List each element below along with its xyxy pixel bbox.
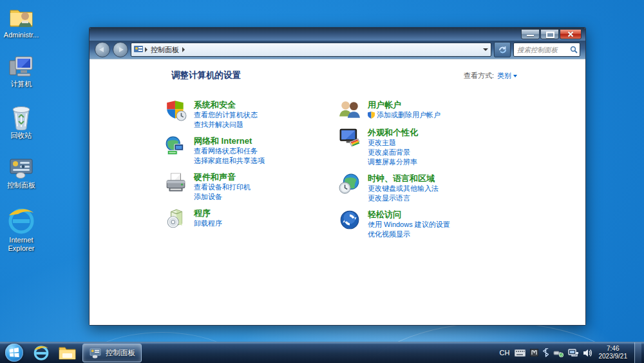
breadcrumb-arrow-icon xyxy=(182,47,185,52)
taskbar-control-panel-task[interactable]: 控制面板 xyxy=(82,344,142,362)
category-task-link[interactable]: 查看您的计算机状态 xyxy=(194,110,258,120)
hardware-sound-icon[interactable] xyxy=(165,172,187,193)
view-by: 查看方式: 类别 xyxy=(464,71,517,81)
show-desktop-button[interactable] xyxy=(634,342,641,363)
desktop-icon-computer[interactable]: 计算机 xyxy=(0,55,43,88)
desktop-icon-label: 计算机 xyxy=(0,80,43,88)
safely-remove-hardware-icon[interactable] xyxy=(553,349,564,357)
forward-button[interactable] xyxy=(113,42,128,57)
category-clock-language-region: 时钟、语言和区域 更改键盘或其他输入法 更改显示语言 xyxy=(339,173,450,203)
category-task-link[interactable]: 调整屏幕分辨率 xyxy=(368,157,418,167)
desktop-icon-label: Administr... xyxy=(0,31,43,39)
category-title-link[interactable]: 网络和 Internet xyxy=(194,135,265,146)
administrator-folder-icon xyxy=(8,5,34,30)
navigation-bar: 控制面板 xyxy=(90,41,585,59)
back-button[interactable] xyxy=(95,42,110,57)
category-appearance-personalization: 外观和个性化 更改主题 更改桌面背景 调整屏幕分辨率 xyxy=(339,127,450,167)
address-bar[interactable]: 控制面板 xyxy=(131,43,491,57)
bluetooth-icon[interactable] xyxy=(543,348,549,357)
control-panel-window: 控制面板 调整计算机的设置 查看方式: 类别 xyxy=(89,27,586,326)
view-by-label: 查看方式: xyxy=(464,71,494,81)
category-column-right: 用户帐户 添加或删除用户帐户 xyxy=(339,99,450,245)
search-input[interactable] xyxy=(516,45,570,54)
desktop-icon-recycle-bin[interactable]: 回收站 xyxy=(0,104,43,140)
clock-date: 2023/9/21 xyxy=(599,353,628,360)
desktop-icon-label: 回收站 xyxy=(0,132,43,140)
category-task-link[interactable]: 更改显示语言 xyxy=(368,193,439,203)
uac-shield-icon xyxy=(368,112,375,119)
category-column-left: 系统和安全 查看您的计算机状态 查找并解决问题 xyxy=(165,99,339,245)
category-task-link[interactable]: 查找并解决问题 xyxy=(194,120,258,130)
address-control-panel-icon xyxy=(134,46,143,54)
category-title-link[interactable]: 用户帐户 xyxy=(368,99,440,110)
taskbar-clock[interactable]: 7:46 2023/9/21 xyxy=(599,345,628,360)
ease-of-access-icon[interactable] xyxy=(339,209,361,231)
start-button[interactable] xyxy=(5,344,23,362)
language-indicator[interactable]: CH xyxy=(500,349,510,357)
taskbar-internet-explorer-button[interactable] xyxy=(29,344,53,362)
category-grid: 系统和安全 查看您的计算机状态 查找并解决问题 xyxy=(165,99,585,245)
category-task-link[interactable]: 优化视频显示 xyxy=(368,230,450,239)
category-task-link[interactable]: 更改键盘或其他输入法 xyxy=(368,184,439,193)
desktop-icon-label: Internet Explorer xyxy=(0,236,43,252)
window-titlebar[interactable] xyxy=(90,28,585,41)
breadcrumb-arrow-icon xyxy=(145,47,147,52)
user-accounts-icon[interactable] xyxy=(339,99,361,121)
category-task-link[interactable]: 更改主题 xyxy=(368,138,418,148)
category-task-link[interactable]: 更改桌面背景 xyxy=(368,148,418,157)
search-box[interactable] xyxy=(513,43,580,57)
desktop-icon-internet-explorer[interactable]: Internet Explorer xyxy=(0,206,43,252)
taskbar: 控制面板 CH xyxy=(0,342,644,363)
category-title-link[interactable]: 时钟、语言和区域 xyxy=(368,173,439,184)
refresh-button[interactable] xyxy=(494,42,511,57)
control-panel-content: 调整计算机的设置 查看方式: 类别 xyxy=(90,59,585,325)
category-ease-of-access: 轻松访问 使用 Windows 建议的设置 优化视频显示 xyxy=(339,209,450,239)
taskbar-explorer-button[interactable] xyxy=(55,344,79,362)
category-task-link[interactable]: 卸载程序 xyxy=(194,219,222,228)
minimize-button[interactable] xyxy=(521,29,540,39)
clock-language-region-icon[interactable] xyxy=(339,173,361,195)
programs-icon[interactable] xyxy=(165,208,187,230)
computer-icon xyxy=(8,55,35,79)
control-panel-icon xyxy=(8,157,35,180)
internet-explorer-icon xyxy=(6,206,36,235)
control-panel-icon xyxy=(89,348,102,358)
desktop-icon-administrator[interactable]: Administr... xyxy=(0,5,43,39)
category-title-link[interactable]: 外观和个性化 xyxy=(368,127,418,138)
appearance-personalization-icon[interactable] xyxy=(339,127,361,149)
system-security-icon[interactable] xyxy=(165,99,187,121)
folder-icon xyxy=(59,346,76,360)
ime-icon[interactable] xyxy=(530,349,538,357)
network-icon[interactable] xyxy=(568,349,578,357)
page-title: 调整计算机的设置 xyxy=(171,70,241,81)
category-user-accounts: 用户帐户 添加或删除用户帐户 xyxy=(339,99,450,121)
category-task-link-uac[interactable]: 添加或删除用户帐户 xyxy=(368,110,440,120)
recycle-bin-icon xyxy=(10,104,33,130)
category-task-link[interactable]: 查看设备和打印机 xyxy=(194,182,251,192)
category-network-internet: 网络和 Internet 查看网络状态和任务 选择家庭组和共享选项 xyxy=(165,135,339,166)
close-button[interactable] xyxy=(560,29,582,39)
maximize-button[interactable] xyxy=(540,29,559,39)
desktop-icon-control-panel[interactable]: 控制面板 xyxy=(0,157,43,190)
search-icon[interactable] xyxy=(570,46,578,54)
category-title-link[interactable]: 轻松访问 xyxy=(368,209,450,220)
category-title-link[interactable]: 程序 xyxy=(194,208,222,219)
address-dropdown-icon[interactable] xyxy=(483,48,488,51)
breadcrumb-control-panel[interactable]: 控制面板 xyxy=(149,45,180,55)
system-tray: CH xyxy=(500,342,644,363)
category-programs: 程序 卸载程序 xyxy=(165,208,339,230)
internet-explorer-icon xyxy=(33,344,50,361)
category-title-link[interactable]: 系统和安全 xyxy=(194,99,258,110)
volume-icon[interactable] xyxy=(583,349,592,357)
network-internet-icon[interactable] xyxy=(165,135,187,157)
category-task-link[interactable]: 查看网络状态和任务 xyxy=(194,146,265,156)
category-task-link[interactable]: 使用 Windows 建议的设置 xyxy=(368,220,450,230)
category-title-link[interactable]: 硬件和声音 xyxy=(194,172,251,182)
keyboard-layout-icon[interactable] xyxy=(515,349,526,357)
category-task-link[interactable]: 选择家庭组和共享选项 xyxy=(194,156,265,166)
task-button-label: 控制面板 xyxy=(106,348,135,358)
refresh-icon xyxy=(498,46,507,54)
view-by-dropdown[interactable]: 类别 xyxy=(497,71,517,81)
category-task-link[interactable]: 添加设备 xyxy=(194,192,251,202)
category-hardware-sound: 硬件和声音 查看设备和打印机 添加设备 xyxy=(165,172,339,202)
